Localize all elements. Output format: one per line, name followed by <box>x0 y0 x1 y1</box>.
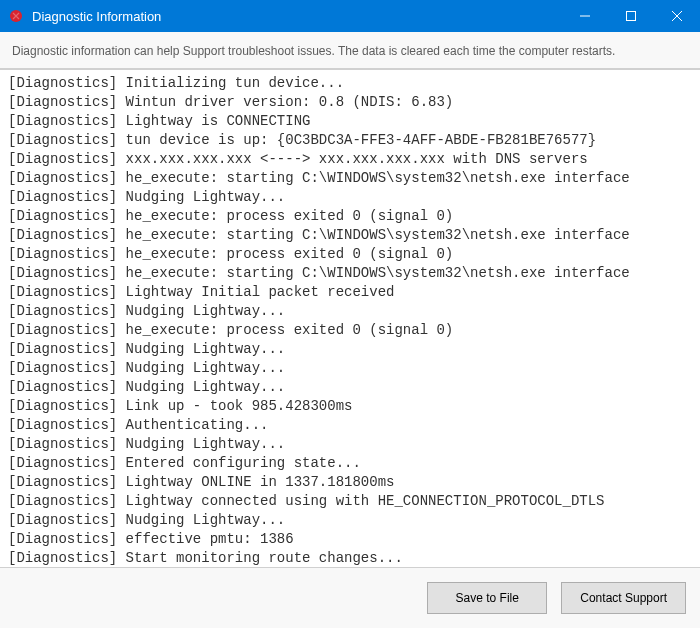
log-line: [Diagnostics] xxx.xxx.xxx.xxx <----> xxx… <box>8 150 700 169</box>
log-line: [Diagnostics] Link up - took 985.428300m… <box>8 397 700 416</box>
title-text: Diagnostic Information <box>32 9 562 24</box>
close-button[interactable] <box>654 0 700 32</box>
log-line: [Diagnostics] he_execute: starting C:\WI… <box>8 169 700 188</box>
log-content: [Diagnostics] Initializing tun device...… <box>0 70 700 568</box>
maximize-button[interactable] <box>608 0 654 32</box>
log-line: [Diagnostics] Nudging Lightway... <box>8 188 700 207</box>
log-line: [Diagnostics] Lightway ONLINE in 1337.18… <box>8 473 700 492</box>
footer: Save to File Contact Support <box>0 568 700 628</box>
log-line: [Diagnostics] Nudging Lightway... <box>8 511 700 530</box>
log-line: [Diagnostics] he_execute: process exited… <box>8 321 700 340</box>
log-line: [Diagnostics] Nudging Lightway... <box>8 302 700 321</box>
log-line: [Diagnostics] Lightway is CONNECTING <box>8 112 700 131</box>
log-line: [Diagnostics] Nudging Lightway... <box>8 435 700 454</box>
save-to-file-button[interactable]: Save to File <box>427 582 547 614</box>
svg-rect-2 <box>627 12 636 21</box>
log-line: [Diagnostics] tun device is up: {0C3BDC3… <box>8 131 700 150</box>
log-line: [Diagnostics] he_execute: process exited… <box>8 207 700 226</box>
log-scroll-area[interactable]: [Diagnostics] Initializing tun device...… <box>0 69 700 568</box>
log-line: [Diagnostics] effective pmtu: 1386 <box>8 530 700 549</box>
log-line: [Diagnostics] Initializing tun device... <box>8 74 700 93</box>
log-line: [Diagnostics] Lightway connected using w… <box>8 492 700 511</box>
log-line: [Diagnostics] Nudging Lightway... <box>8 378 700 397</box>
log-line: [Diagnostics] Start monitoring route cha… <box>8 549 700 568</box>
app-icon <box>8 8 24 24</box>
log-line: [Diagnostics] Lightway Initial packet re… <box>8 283 700 302</box>
titlebar: Diagnostic Information <box>0 0 700 32</box>
description-text: Diagnostic information can help Support … <box>0 32 700 69</box>
log-line: [Diagnostics] Entered configuring state.… <box>8 454 700 473</box>
window-controls <box>562 0 700 32</box>
log-line: [Diagnostics] he_execute: starting C:\WI… <box>8 226 700 245</box>
log-line: [Diagnostics] Authenticating... <box>8 416 700 435</box>
contact-support-button[interactable]: Contact Support <box>561 582 686 614</box>
log-line: [Diagnostics] Nudging Lightway... <box>8 340 700 359</box>
log-line: [Diagnostics] Wintun driver version: 0.8… <box>8 93 700 112</box>
minimize-button[interactable] <box>562 0 608 32</box>
log-line: [Diagnostics] Nudging Lightway... <box>8 359 700 378</box>
log-line: [Diagnostics] he_execute: process exited… <box>8 245 700 264</box>
log-line: [Diagnostics] he_execute: starting C:\WI… <box>8 264 700 283</box>
